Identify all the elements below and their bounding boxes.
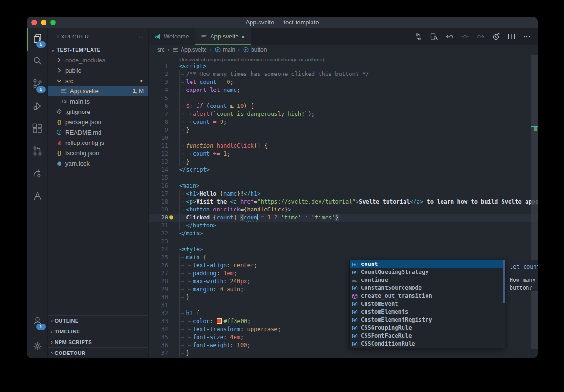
line-content: → }	[175, 349, 190, 357]
code-line-14[interactable]: 14</script>	[149, 166, 538, 174]
editor-scrollbar[interactable]	[531, 55, 538, 349]
activity-bar-item-explorer[interactable]: 1	[27, 28, 47, 51]
file-row-node-modules[interactable]: node_modules	[48, 55, 148, 65]
code-line-7[interactable]: 7→ → alert(`count is dangerously high!`)…	[149, 110, 538, 118]
code-line-1[interactable]: 1<script>	[149, 62, 538, 70]
code-line-16[interactable]: 16<main>	[149, 182, 538, 190]
file-row-app-svelte[interactable]: App.svelte1, M	[48, 86, 148, 96]
file-history-icon[interactable]	[490, 31, 502, 42]
code-line-9[interactable]: 9→ }	[149, 126, 538, 134]
suggest-item-customelements[interactable]: customElements	[350, 308, 505, 316]
intellisense-suggest-widget: countCountQueuingStrategycontinueConstan…	[349, 260, 505, 348]
file-row-rollup-config-js[interactable]: rollup.config.js	[48, 137, 148, 148]
search-icon	[32, 55, 43, 68]
suggest-item-customevent[interactable]: CustomEvent	[350, 300, 505, 308]
activity-bar-item-settings[interactable]	[27, 336, 47, 358]
code-line-15[interactable]: 15	[149, 174, 538, 182]
svelte-file-icon	[172, 47, 178, 53]
close-window-button[interactable]	[31, 20, 37, 25]
sidebar-section-outline[interactable]: ›OUTLINE	[48, 315, 148, 326]
suggest-item-cssconditionrule[interactable]: CSSConditionRule	[350, 340, 505, 348]
activity-bar-item-account[interactable]: 1	[27, 310, 47, 333]
code-line-3[interactable]: 3→ let count = 0;	[149, 78, 538, 86]
activity-bar-item-github-pr[interactable]	[27, 141, 47, 163]
line-number: 8	[149, 118, 175, 126]
next-change-icon[interactable]	[474, 31, 487, 42]
suggest-item-count[interactable]: count	[350, 260, 505, 268]
file-row--gitignore[interactable]: .gitignore	[48, 106, 148, 117]
tab-label: Welcome	[164, 33, 189, 40]
breadcrumb-item-button[interactable]: button	[243, 46, 267, 53]
sidebar-title: EXPLORER	[57, 34, 89, 39]
file-row-public[interactable]: public	[48, 65, 148, 75]
code-line-2[interactable]: 2→ /** How many times has someone clicke…	[149, 70, 538, 78]
lightbulb-icon[interactable]	[168, 215, 174, 221]
minimize-window-button[interactable]	[41, 20, 46, 25]
suggest-item-continue[interactable]: continue	[350, 276, 505, 284]
code-line-18[interactable]: 18→ <p>Visit the <a href="https://svelte…	[149, 198, 538, 206]
symbol-variable-icon	[351, 333, 358, 339]
code-line-13[interactable]: 13→ }	[149, 158, 538, 166]
split-editor-icon[interactable]	[505, 31, 518, 42]
suggest-item-countqueuingstrategy[interactable]: CountQueuingStrategy	[350, 268, 505, 276]
unsaved-dot-icon[interactable]: ●	[242, 34, 245, 39]
code-line-22[interactable]: 22</main>	[149, 230, 538, 238]
suggest-label: create_out_transition	[361, 292, 432, 300]
tab-app-svelte[interactable]: App.svelte●	[195, 28, 251, 45]
section-label: CODETOUR	[54, 350, 85, 356]
file-label: yarn.lock	[65, 160, 90, 167]
code-line-8[interactable]: 8→ → count = 9;	[149, 118, 538, 126]
workspace-root-folder[interactable]: ⌄ TEST-TEMPLATE	[48, 45, 148, 55]
explorer-more-actions-icon[interactable]: ···	[136, 33, 144, 40]
code-line-20[interactable]: 20→ Clicked {count} {coun ≡ 1 ? 'time' :…	[149, 214, 538, 222]
activity-bar-item-extensions[interactable]	[27, 118, 47, 141]
go-back-circle-icon[interactable]	[443, 31, 456, 42]
breadcrumb-item-main[interactable]: main	[214, 46, 235, 53]
sidebar-section-codetour[interactable]: ›CODETOUR	[48, 347, 148, 358]
code-line-17[interactable]: 17→ <h1>Hello {name}!</h1>	[149, 190, 538, 198]
code-line-6[interactable]: 6→ $: if (count ≥ 10) {	[149, 102, 538, 110]
file-row-main-ts[interactable]: TSmain.ts	[48, 96, 148, 106]
code-editor[interactable]: Unsaved changes (cannot determine recent…	[149, 55, 538, 358]
activity-bar-item-live-share[interactable]	[27, 163, 47, 186]
sidebar-section-npm-scripts[interactable]: ›NPM SCRIPTS	[48, 337, 148, 347]
more-actions-icon[interactable]	[521, 31, 533, 42]
suggest-item-customelementregistry[interactable]: CustomElementRegistry	[350, 316, 505, 324]
file-row-yarn-lock[interactable]: yarn.lock	[48, 158, 148, 168]
activity-badge: 1	[36, 86, 46, 93]
tab-welcome[interactable]: Welcome	[149, 28, 195, 45]
activity-bar-item-azure[interactable]	[27, 186, 47, 208]
file-row-tsconfig-json[interactable]: {}tsconfig.json	[48, 148, 148, 158]
code-line-19[interactable]: 19→ <button on:click={handleClick}>	[149, 206, 538, 214]
suggest-item-cssfontfacerule[interactable]: CSSFontFaceRule	[350, 332, 505, 340]
open-changes-icon[interactable]	[428, 31, 440, 42]
code-line-37[interactable]: 37→ }	[149, 349, 538, 357]
code-line-5[interactable]: 5	[149, 94, 538, 102]
code-line-24[interactable]: 24<style>	[149, 246, 538, 254]
breadcrumb-label: src	[157, 46, 165, 53]
code-line-4[interactable]: 4→ export let name;	[149, 86, 538, 94]
previous-change-icon[interactable]	[459, 31, 471, 42]
activity-bar-item-run-debug[interactable]	[27, 96, 47, 118]
activity-bar-item-source-control[interactable]: 1	[27, 73, 47, 96]
breadcrumb-item-src[interactable]: src	[157, 46, 165, 53]
file-row-package-json[interactable]: {}package.json	[48, 117, 148, 127]
suggest-item-cssgroupingrule[interactable]: CSSGroupingRule	[350, 324, 505, 332]
code-line-23[interactable]: 23	[149, 238, 538, 246]
suggest-scrollbar[interactable]	[503, 260, 505, 303]
file-row-readme-md[interactable]: README.md	[48, 127, 148, 137]
file-row-src[interactable]: src●	[48, 75, 148, 86]
line-number: 26	[149, 262, 175, 270]
sidebar-section-timeline[interactable]: ›TIMELINE	[48, 326, 148, 337]
breadcrumb-item-app-svelte[interactable]: App.svelte	[172, 46, 207, 53]
compare-branches-icon[interactable]	[412, 31, 425, 42]
suggest-item-create_out_transition[interactable]: create_out_transition	[350, 292, 505, 300]
code-line-11[interactable]: 11→ function handleClick() {	[149, 142, 538, 150]
code-line-10[interactable]: 10	[149, 134, 538, 142]
code-line-21[interactable]: 21→ </button>	[149, 222, 538, 230]
line-content: → export let name;	[175, 86, 240, 94]
code-line-12[interactable]: 12→ → count += 1;	[149, 150, 538, 158]
suggest-item-constantsourcenode[interactable]: ConstantSourceNode	[350, 284, 505, 292]
activity-bar-item-search[interactable]	[27, 51, 47, 73]
zoom-window-button[interactable]	[50, 20, 56, 25]
